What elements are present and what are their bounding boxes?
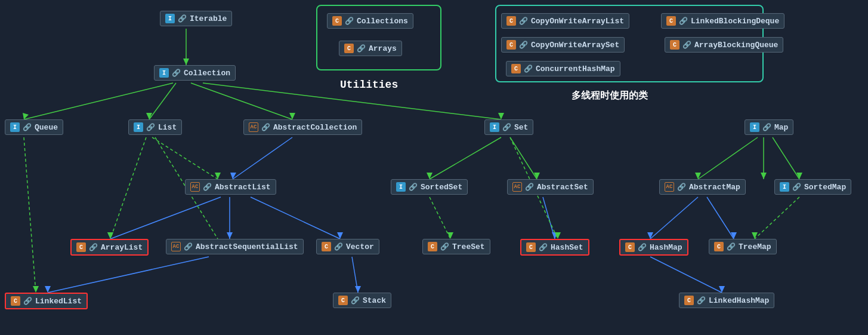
icon-abstract: AC xyxy=(249,122,258,132)
concurrent-label: 多线程时使用的类 xyxy=(572,90,648,102)
svg-marker-45 xyxy=(215,173,221,179)
icon-class: C xyxy=(428,242,437,251)
node-linkedblockingdeque: C 🔗 LinkedBlockingDeque xyxy=(661,13,784,29)
icon-class: C xyxy=(670,40,679,50)
node-linkedlist-label: LinkedList xyxy=(35,297,82,306)
node-arraylist: C 🔗 ArrayList xyxy=(70,239,149,256)
svg-line-10 xyxy=(233,137,292,179)
icon-abstract: AC xyxy=(171,242,181,251)
svg-marker-1 xyxy=(183,59,189,65)
icon-interface: I xyxy=(165,14,175,23)
node-map-label: Map xyxy=(774,123,788,132)
icon-class: C xyxy=(714,242,724,251)
icon-class: C xyxy=(506,16,516,26)
node-linkedhashmap: C 🔗 LinkedHashMap xyxy=(679,293,774,308)
svg-marker-11 xyxy=(230,173,236,179)
svg-marker-29 xyxy=(447,232,453,239)
node-copyonwritearraylist: C 🔗 CopyOnWriteArrayList xyxy=(501,13,629,29)
icon-interface: I xyxy=(10,122,20,132)
svg-marker-52 xyxy=(761,173,767,179)
svg-marker-33 xyxy=(796,173,802,179)
icon-class: C xyxy=(511,64,521,73)
svg-marker-19 xyxy=(45,286,51,293)
node-linkedblockingdeque-label: LinkedBlockingDeque xyxy=(691,17,779,26)
svg-marker-9 xyxy=(289,113,295,119)
node-iterable-label: Iterable xyxy=(190,14,227,23)
node-hashmap: C 🔗 HashMap xyxy=(619,239,688,256)
node-collection-label: Collection xyxy=(184,69,230,78)
svg-line-4 xyxy=(149,83,176,119)
icon-class: C xyxy=(684,296,694,305)
icon-interface: I xyxy=(134,122,143,132)
node-abstractlist: AC 🔗 AbstractList xyxy=(185,179,276,195)
icon-class: C xyxy=(338,296,348,305)
node-collection: I 🔗 Collection xyxy=(154,65,236,81)
icon-interface: I xyxy=(750,122,759,132)
svg-line-28 xyxy=(430,197,450,239)
node-abstractsequentiallist-label: AbstractSequentialList xyxy=(196,242,298,251)
icon-abstract: AC xyxy=(512,182,522,192)
icon-class: C xyxy=(506,40,516,50)
node-arrays: C 🔗 Arrays xyxy=(339,41,402,56)
svg-marker-31 xyxy=(695,173,701,179)
node-abstractset: AC 🔗 AbstractSet xyxy=(507,179,594,195)
icon-interface: I xyxy=(159,68,169,78)
node-abstractcollection: AC 🔗 AbstractCollection xyxy=(243,119,362,135)
node-linkedhashmap-label: LinkedHashMap xyxy=(709,296,769,305)
node-collections-label: Collections xyxy=(357,17,408,26)
node-hashset-label: HashSet xyxy=(551,243,583,252)
node-hashset: C 🔗 HashSet xyxy=(520,239,589,256)
node-copyonwritearrayset: C 🔗 CopyOnWriteArraySet xyxy=(501,37,625,53)
icon-class: C xyxy=(332,16,342,26)
svg-marker-15 xyxy=(227,232,233,239)
node-iterable: I 🔗 Iterable xyxy=(160,11,232,26)
icon-class: C xyxy=(11,296,20,306)
icon-class: C xyxy=(322,242,331,251)
node-map: I 🔗 Map xyxy=(745,119,793,135)
svg-line-2 xyxy=(24,83,173,119)
node-arrayblockingqueue-label: ArrayBlockingQueue xyxy=(694,41,778,50)
icon-class: C xyxy=(76,242,86,252)
node-arrays-label: Arrays xyxy=(369,44,397,53)
node-treemap: C 🔗 TreeMap xyxy=(709,239,777,254)
node-copyonwritearraylist-label: CopyOnWriteArrayList xyxy=(531,17,624,26)
icon-class: C xyxy=(625,242,635,252)
icon-interface: I xyxy=(490,122,499,132)
node-list-label: List xyxy=(158,123,177,132)
svg-line-26 xyxy=(543,197,555,239)
svg-marker-35 xyxy=(647,232,653,239)
icon-interface: I xyxy=(396,182,406,192)
icon-class: C xyxy=(344,44,354,53)
svg-marker-7 xyxy=(498,113,504,119)
svg-marker-23 xyxy=(427,173,433,179)
svg-marker-21 xyxy=(355,286,361,293)
svg-marker-48 xyxy=(33,286,39,293)
svg-marker-50 xyxy=(555,232,561,239)
node-abstractcollection-label: AbstractCollection xyxy=(273,123,357,132)
svg-line-20 xyxy=(352,257,358,293)
svg-marker-17 xyxy=(337,232,343,239)
node-set: I 🔗 Set xyxy=(484,119,533,135)
node-vector: C 🔗 Vector xyxy=(316,239,379,254)
svg-marker-37 xyxy=(731,232,737,239)
node-abstractsequentiallist: AC 🔗 AbstractSequentialList xyxy=(166,239,304,254)
icon-class: C xyxy=(526,242,536,252)
svg-marker-41 xyxy=(719,286,725,293)
svg-line-40 xyxy=(650,257,722,293)
svg-line-32 xyxy=(773,137,799,179)
svg-line-16 xyxy=(251,197,340,239)
node-set-label: Set xyxy=(514,123,528,132)
svg-line-24 xyxy=(510,137,537,179)
node-concurrenthashmap-label: ConcurrentHashMap xyxy=(536,64,615,73)
node-copyonwritearrayset-label: CopyOnWriteArraySet xyxy=(531,41,619,50)
node-sortedmap: I 🔗 SortedMap xyxy=(774,179,851,195)
svg-line-38 xyxy=(755,197,799,239)
node-abstractlist-label: AbstractList xyxy=(215,183,271,192)
icon-class: C xyxy=(666,16,676,26)
svg-marker-39 xyxy=(752,232,758,239)
node-arraylist-label: ArrayList xyxy=(101,243,143,252)
node-sortedset: I 🔗 SortedSet xyxy=(391,179,468,195)
node-treeset: C 🔗 TreeSet xyxy=(422,239,490,254)
node-queue-label: Queue xyxy=(35,123,58,132)
svg-marker-43 xyxy=(107,232,113,239)
